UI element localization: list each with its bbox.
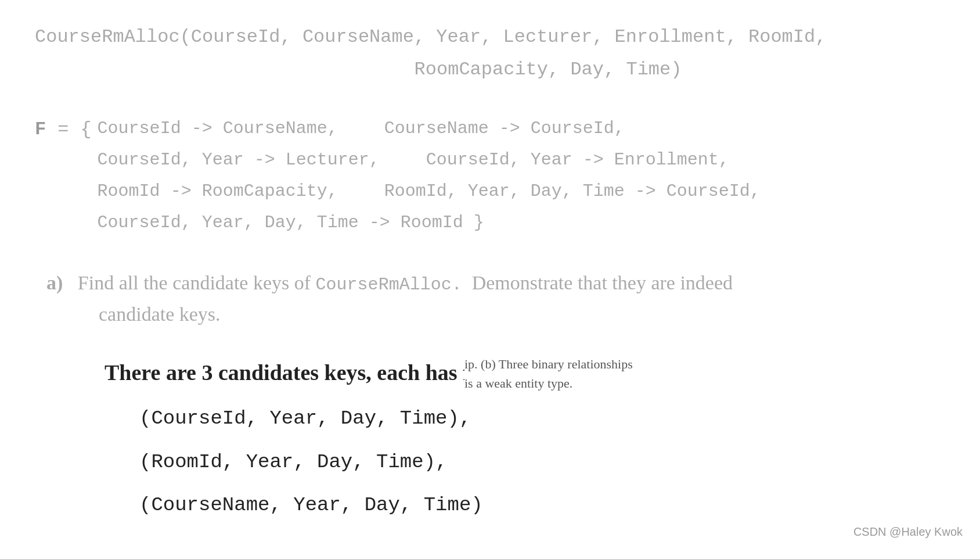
fd-left-3: RoomId -> RoomCapacity, bbox=[98, 175, 338, 207]
answer-key-1: (CourseId, Year, Day, Time), bbox=[105, 397, 945, 440]
fd-right-2: CourseId, Year -> Enrollment, bbox=[426, 144, 729, 175]
fd-left-1: CourseId -> CourseName, bbox=[98, 113, 338, 144]
answer-header-text: There are 3 candidates keys, each has fo… bbox=[105, 360, 503, 385]
tooltip-line2: is a weak entity type. bbox=[464, 374, 633, 393]
fd-left-2: CourseId, Year -> Lecturer, bbox=[98, 144, 380, 175]
question-text: a) Find all the candidate keys of Course… bbox=[46, 267, 945, 299]
question-text-line2: candidate keys. bbox=[46, 299, 945, 330]
watermark: CSDN @Haley Kwok bbox=[853, 525, 963, 539]
fd-row-1: CourseId -> CourseName, CourseName -> Co… bbox=[98, 113, 761, 144]
fd-left-4: CourseId, Year, Day, Time -> RoomId } bbox=[98, 213, 484, 232]
fd-row-3: RoomId -> RoomCapacity, RoomId, Year, Da… bbox=[98, 175, 761, 207]
schema-line2: RoomCapacity, Day, Time) bbox=[35, 56, 945, 84]
fd-right-1: CourseName -> CourseId, bbox=[384, 113, 625, 144]
schema-line1: CourseRmAlloc(CourseId, CourseName, Year… bbox=[35, 23, 945, 51]
answer-list: (CourseId, Year, Day, Time), (RoomId, Ye… bbox=[105, 397, 945, 527]
fd-row-4: CourseId, Year, Day, Time -> RoomId } bbox=[98, 207, 761, 238]
fd-block: F = { CourseId -> CourseName, CourseName… bbox=[35, 113, 945, 238]
question-text-after: Demonstrate that they are indeed bbox=[462, 272, 733, 293]
question-inline-code: CourseRmAlloc. bbox=[316, 275, 462, 295]
answer-key-3: (CourseName, Year, Day, Time) bbox=[105, 483, 945, 527]
tooltip-overlay: ip. (b) Three binary relationships is a … bbox=[464, 354, 633, 393]
question-label: a) bbox=[46, 272, 73, 293]
question-text-plain: Find all the candidate keys of bbox=[78, 272, 316, 293]
fd-open-brace: { bbox=[80, 113, 91, 146]
fd-equals: = bbox=[57, 113, 69, 146]
fd-right-3: RoomId, Year, Day, Time -> CourseId, bbox=[384, 175, 761, 207]
fd-prefix: F bbox=[35, 113, 46, 146]
tooltip-line1: ip. (b) Three binary relationships bbox=[464, 354, 633, 374]
fd-row-2: CourseId, Year -> Lecturer, CourseId, Ye… bbox=[98, 144, 761, 175]
page-content: CourseRmAlloc(CourseId, CourseName, Year… bbox=[0, 0, 980, 550]
answer-key-2: (RoomId, Year, Day, Time), bbox=[105, 440, 945, 484]
question-block: a) Find all the candidate keys of Course… bbox=[35, 267, 945, 331]
schema-block: CourseRmAlloc(CourseId, CourseName, Year… bbox=[35, 23, 945, 84]
